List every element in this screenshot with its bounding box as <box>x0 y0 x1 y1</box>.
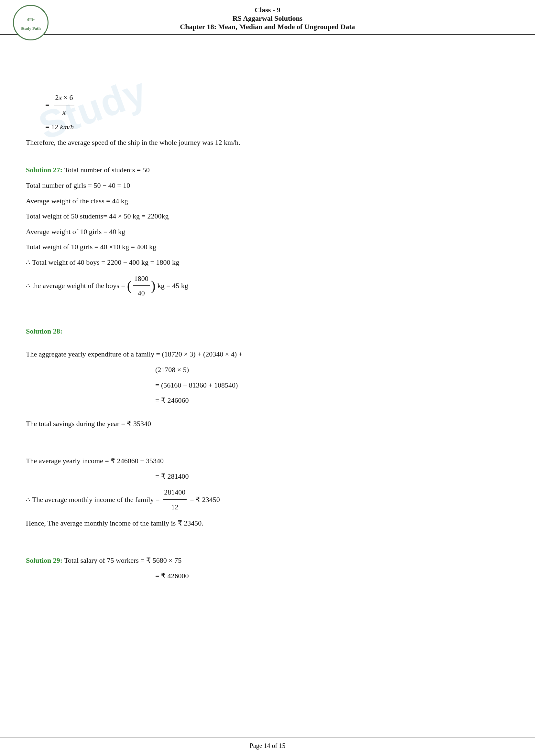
gap1 <box>26 151 509 161</box>
frac-num: 1800 <box>133 272 150 286</box>
solution27-label: Solution 27: <box>26 166 62 174</box>
s28-income2: = ₹ 281400 <box>155 470 509 483</box>
intro-math-block: = 2x × 6 x = 12 km/h <box>45 91 509 133</box>
intro-line2: = 12 km/h <box>45 121 509 133</box>
s27-line4: Average weight of 10 girls = 40 kg <box>26 225 509 238</box>
chapter-label: Chapter 18: Mean, Median and Mode of Ung… <box>3 23 532 31</box>
solution28-label: Solution 28: <box>26 327 62 335</box>
book-label: RS Aggarwal Solutions <box>3 14 532 23</box>
s28-income1: The average yearly income = ₹ 246060 + 3… <box>26 454 509 467</box>
s29-line2: = ₹ 426000 <box>155 570 509 582</box>
s28-conclusion: Hence, The average monthly income of the… <box>26 517 509 530</box>
s28-agg-line1: The aggregate yearly expenditure of a fa… <box>26 348 509 361</box>
s28-agg-line3: = (56160 + 81360 + 108540) <box>155 379 509 392</box>
s28-agg-line2: (21708 × 5) <box>155 363 509 376</box>
solution29-block: Solution 29: Total salary of 75 workers … <box>26 554 509 582</box>
gap2b <box>26 312 509 322</box>
page-header: ✏ Study Path Class - 9 RS Aggarwal Solut… <box>0 0 535 35</box>
page-wrapper: ✏ Study Path Class - 9 RS Aggarwal Solut… <box>0 0 535 756</box>
main-content: Study = 2x × 6 x = 12 km/h Therefore, th… <box>0 35 535 604</box>
frac-den: 40 <box>136 286 146 300</box>
gap3b <box>26 542 509 552</box>
s28-monthly-prefix: ∴ The average monthly income of the fami… <box>26 493 159 506</box>
s28-savings: The total savings during the year = ₹ 35… <box>26 417 509 430</box>
s27-line2: Average weight of the class = 44 kg <box>26 195 509 207</box>
pencil-icon: ✏ <box>27 14 35 25</box>
s27-line1: Total number of girls = 50 − 40 = 10 <box>26 179 509 192</box>
fraction-281400-12: 281400 12 <box>163 486 187 513</box>
s27-avg-boys: ∴ the average weight of the boys = ( 180… <box>26 272 509 300</box>
solution29-label: Solution 29: <box>26 556 62 564</box>
s27-avg-prefix: ∴ the average weight of the boys = <box>26 279 125 292</box>
solution27-line0: Total number of students = 50 <box>64 166 150 174</box>
solution27-header: Solution 27: Total number of students = … <box>26 164 509 176</box>
intro-line1: = 2x × 6 x <box>45 91 509 119</box>
s28-agg-line4: = ₹ 246060 <box>155 394 509 407</box>
frac-num2: 281400 <box>163 486 187 500</box>
solution29-header: Solution 29: Total salary of 75 workers … <box>26 554 509 567</box>
s27-line3: Total weight of 50 students= 44 × 50 kg … <box>26 210 509 223</box>
solution28-header: Solution 28: <box>26 325 509 338</box>
s27-line5: Total weight of 10 girls = 40 ×10 kg = 4… <box>26 240 509 254</box>
logo-text: Study Path <box>21 26 41 31</box>
s29-line1: Total salary of 75 workers = ₹ 5680 × 75 <box>64 556 182 564</box>
intro-conclusion: Therefore, the average speed of the ship… <box>26 136 509 149</box>
s27-avg-suffix: kg = 45 kg <box>157 279 188 292</box>
solution27-block: Solution 27: Total number of students = … <box>26 164 509 299</box>
solution28-block: Solution 28: The aggregate yearly expend… <box>26 325 509 530</box>
gap3 <box>26 532 509 542</box>
gap2 <box>26 303 509 312</box>
fraction-2x6-x: 2x × 6 x <box>54 91 74 119</box>
s28-monthly-suffix: = ₹ 23450 <box>190 493 220 506</box>
frac-den2: 12 <box>170 500 180 514</box>
s28-monthly-income: ∴ The average monthly income of the fami… <box>26 486 509 513</box>
page-number: Page 14 of 15 <box>250 742 286 749</box>
page-footer: Page 14 of 15 <box>0 738 535 749</box>
fraction-1800-40: 1800 40 <box>133 272 150 300</box>
s27-line6: ∴ Total weight of 40 boys = 2200 − 400 k… <box>26 256 509 269</box>
class-label: Class - 9 <box>3 6 532 14</box>
